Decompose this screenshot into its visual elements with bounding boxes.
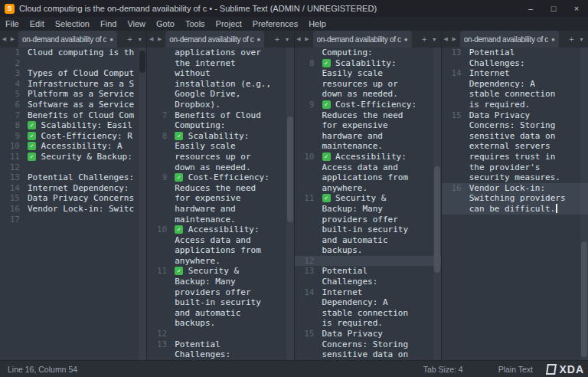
code-line[interactable]: for expensive bbox=[147, 193, 293, 204]
file-tab[interactable]: on-demand availability of c● bbox=[313, 31, 412, 48]
code-line[interactable]: 9✓ Cost-Efficiency: bbox=[295, 100, 441, 110]
scrollbar-thumb[interactable] bbox=[139, 51, 145, 73]
minimize-button[interactable]: – bbox=[519, 0, 542, 17]
code-line[interactable]: Backup: Many bbox=[295, 204, 441, 215]
new-tab-button[interactable]: + bbox=[125, 34, 135, 44]
code-line[interactable]: 16Vendor Lock-in: bbox=[442, 183, 588, 194]
tab-overflow-button[interactable]: ▼ bbox=[283, 37, 292, 42]
code-line[interactable]: built-in security bbox=[147, 297, 293, 308]
tab-next-icon[interactable]: ▶ bbox=[303, 36, 312, 42]
file-tab[interactable]: on-demand availability of c● bbox=[18, 31, 117, 48]
menu-edit[interactable]: Edit bbox=[24, 17, 50, 31]
code-line[interactable]: stable connection bbox=[295, 308, 441, 319]
code-line[interactable]: 14Internet bbox=[442, 68, 588, 79]
code-line[interactable]: 12 bbox=[295, 256, 441, 267]
code-line[interactable]: 14Internet bbox=[295, 287, 441, 298]
code-line[interactable]: and automatic bbox=[295, 235, 441, 246]
code-line[interactable]: 10✓ Accessibility: A bbox=[0, 141, 146, 152]
code-line[interactable]: is required. bbox=[442, 100, 588, 110]
tab-overflow-button[interactable]: ▼ bbox=[135, 37, 145, 42]
code-line[interactable]: backups. bbox=[295, 245, 441, 256]
caret-position[interactable]: Line 16, Column 54 bbox=[8, 365, 77, 374]
code-line[interactable]: resources up or bbox=[147, 152, 293, 162]
code-line[interactable]: Dependency: A bbox=[295, 297, 441, 308]
code-line[interactable]: sensitive data on bbox=[442, 131, 588, 142]
tab-size-indicator[interactable]: Tab Size: 4 bbox=[423, 365, 463, 374]
code-line[interactable]: Reduces the need bbox=[295, 110, 441, 121]
code-line[interactable]: Dropbox). bbox=[147, 100, 293, 110]
close-button[interactable]: × bbox=[565, 0, 588, 17]
scrollbar-thumb[interactable] bbox=[434, 166, 440, 273]
code-line[interactable]: installation (e.g., bbox=[147, 79, 293, 90]
code-line[interactable]: 6Software as a Service bbox=[0, 100, 146, 110]
file-tab[interactable]: on-demand availability of c● bbox=[460, 31, 559, 48]
code-line[interactable]: resources up or bbox=[295, 79, 441, 90]
title-bar[interactable]: S Cloud computing is the on-demand avail… bbox=[0, 0, 588, 17]
code-line[interactable]: for expensive bbox=[295, 120, 441, 131]
editor-view[interactable]: Computing:8✓ Scalability:Easily scaleres… bbox=[295, 48, 441, 360]
code-line[interactable]: 10✓ Accessibility: bbox=[147, 225, 293, 235]
code-line[interactable]: 7Benefits of Cloud bbox=[147, 110, 293, 121]
code-line[interactable]: without bbox=[147, 68, 293, 79]
code-line[interactable]: 5Platform as a Service bbox=[0, 89, 146, 100]
code-line[interactable]: 13Potential bbox=[147, 339, 293, 350]
code-line[interactable]: Challenges: bbox=[442, 58, 588, 69]
code-line[interactable]: applications over bbox=[147, 48, 293, 58]
code-line[interactable]: 12 bbox=[0, 162, 146, 173]
code-line[interactable]: built-in security bbox=[295, 225, 441, 235]
code-line[interactable]: backups. bbox=[147, 318, 293, 329]
editor-view[interactable]: 1Cloud computing is th23Types of Cloud C… bbox=[0, 48, 146, 360]
menu-view[interactable]: View bbox=[122, 17, 151, 31]
code-line[interactable]: Challenges: bbox=[147, 349, 293, 360]
code-line[interactable]: is required. bbox=[295, 318, 441, 329]
code-line[interactable]: 7Benefits of Cloud Com bbox=[0, 110, 146, 121]
scrollbar-thumb[interactable] bbox=[581, 241, 587, 357]
code-line[interactable]: the internet bbox=[147, 58, 293, 69]
scrollbar-thumb[interactable] bbox=[287, 116, 293, 223]
menu-file[interactable]: File bbox=[0, 17, 24, 31]
code-line[interactable]: 14Internet Dependency: bbox=[0, 183, 146, 194]
tab-next-icon[interactable]: ▶ bbox=[155, 36, 164, 42]
tab-prev-icon[interactable]: ◀ bbox=[442, 36, 450, 42]
code-line[interactable]: 13Potential bbox=[295, 266, 441, 277]
code-line[interactable]: 11✓ Security & bbox=[147, 266, 293, 277]
code-line[interactable]: Google Drive, bbox=[147, 89, 293, 100]
code-line[interactable]: Easily scale bbox=[147, 141, 293, 152]
code-line[interactable]: maintenance. bbox=[295, 141, 441, 152]
code-line[interactable]: Computing: bbox=[147, 120, 293, 131]
code-line[interactable]: 4Infrastructure as a S bbox=[0, 79, 146, 90]
code-line[interactable]: 9✓ Cost-Efficiency: bbox=[147, 172, 293, 183]
code-line[interactable]: hardware and bbox=[295, 131, 441, 142]
code-line[interactable]: 13Potential Challenges: bbox=[0, 172, 146, 183]
code-line[interactable]: applications from bbox=[295, 172, 441, 183]
code-line[interactable]: hardware and bbox=[147, 204, 293, 215]
editor-view[interactable]: 13PotentialChallenges:14InternetDependen… bbox=[442, 48, 588, 360]
tab-next-icon[interactable]: ▶ bbox=[8, 36, 17, 42]
code-line[interactable]: 3Types of Cloud Comput bbox=[0, 68, 146, 79]
code-line[interactable]: anywhere. bbox=[295, 183, 441, 194]
code-line[interactable]: down as needed. bbox=[295, 89, 441, 100]
code-line[interactable]: 1Cloud computing is th bbox=[0, 48, 146, 58]
code-line[interactable]: Backup: Many bbox=[147, 277, 293, 287]
code-line[interactable]: and automatic bbox=[147, 308, 293, 319]
code-line[interactable]: 8✓ Scalability: bbox=[147, 131, 293, 142]
code-line[interactable]: 15Data Privacy bbox=[442, 110, 588, 121]
code-line[interactable]: Switching providers bbox=[442, 193, 588, 204]
code-line[interactable]: 9✓ Cost-Efficiency: R bbox=[0, 131, 146, 142]
tab-overflow-button[interactable]: ▼ bbox=[577, 37, 586, 42]
code-line[interactable]: 16Vendor Lock-in: Switc bbox=[0, 204, 146, 215]
code-line[interactable]: 8✓ Scalability: bbox=[295, 58, 441, 69]
code-line[interactable]: providers offer bbox=[295, 215, 441, 225]
code-line[interactable]: Access data and bbox=[147, 235, 293, 246]
code-line[interactable]: external servers bbox=[442, 141, 588, 152]
code-line[interactable]: providers offer bbox=[147, 287, 293, 298]
code-line[interactable]: Concerns: Storing bbox=[295, 339, 441, 350]
code-line[interactable]: sensitive data on bbox=[295, 349, 441, 360]
code-line[interactable]: security measures. bbox=[442, 172, 588, 183]
maximize-button[interactable]: □ bbox=[542, 0, 565, 17]
code-line[interactable]: 11✓ Security & Backup: bbox=[0, 152, 146, 162]
code-line[interactable]: down as needed. bbox=[147, 162, 293, 173]
code-line[interactable]: 10✓ Accessibility: bbox=[295, 152, 441, 162]
code-line[interactable]: can be difficult. bbox=[442, 204, 588, 215]
code-line[interactable]: 12 bbox=[147, 329, 293, 339]
